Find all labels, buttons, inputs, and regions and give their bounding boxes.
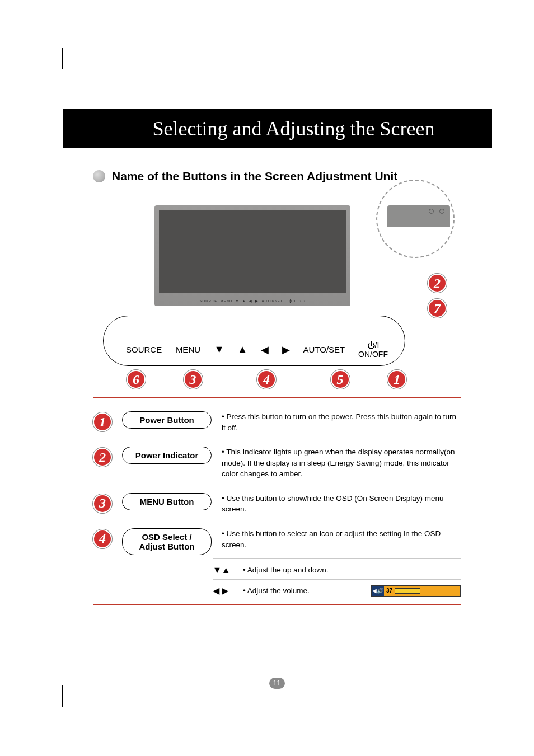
right-icon: ▶ — [282, 344, 290, 356]
item-description: Press this button to turn on the power. … — [222, 411, 461, 433]
source-label: SOURCE — [126, 345, 162, 354]
left-right-icon: ◀ ▶ — [213, 585, 233, 596]
section-title: Name of the Buttons in the Screen Adjust… — [112, 170, 397, 183]
item-label-line2: Adjust Button — [139, 542, 194, 551]
sub-separator — [213, 579, 461, 580]
zoom-indicators — [429, 209, 444, 214]
zoom-callout — [376, 180, 455, 258]
volume-value: 37 — [386, 588, 392, 594]
number-badge: 6 — [127, 370, 146, 389]
item-label-line1: OSD Select / — [142, 532, 191, 542]
led-outline-icon — [429, 209, 434, 214]
power-symbol: ⏻/I — [367, 341, 380, 350]
monitor-screen — [159, 210, 346, 293]
button-panel-oval: SOURCE MENU ▼ ▲ ◀ ▶ AUTO/SET ⏻/I ON/OFF — [103, 316, 405, 366]
button-row: SOURCE MENU ▼ ▲ ◀ ▶ AUTO/SET ⏻/I ON/OFF — [126, 341, 388, 359]
page-title: Selecting and Adjusting the Screen — [153, 118, 435, 140]
page-title-bar: Selecting and Adjusting the Screen — [95, 109, 492, 148]
item-description: Use this button to select an icon or adj… — [222, 528, 461, 550]
sub-description: Adjust the up and down. — [243, 565, 461, 576]
speaker-icon: ◀🔊 — [372, 586, 384, 596]
list-item: 1 Power Button Press this button to turn… — [93, 411, 461, 433]
monitor-tiny-labels: SOURCE MENU ▼ ▲ ◀ ▶ AUTO/SET ⏻/I ○ ○ — [200, 299, 306, 303]
sub-item: ▼▲ Adjust the up and down. — [213, 565, 461, 576]
diagram: SOURCE MENU ▼ ▲ ◀ ▶ AUTO/SET ⏻/I ○ ○ 2 7… — [93, 190, 451, 391]
item-description: This Indicator lights up green when the … — [222, 447, 461, 480]
number-badge: 4 — [93, 529, 112, 548]
number-badge: 4 — [257, 370, 276, 389]
menu-label: MENU — [175, 345, 201, 354]
item-description: Use this button to show/hide the OSD (On… — [222, 493, 461, 515]
title-bar-prefix — [63, 109, 95, 148]
page-number: 11 — [269, 678, 285, 689]
number-badge: 2 — [428, 274, 447, 293]
callout-number-2: 2 — [428, 274, 447, 293]
crop-mark — [62, 685, 63, 707]
crop-mark — [62, 48, 63, 69]
autoset-label: AUTO/SET — [303, 345, 345, 354]
monitor-illustration: SOURCE MENU ▼ ▲ ◀ ▶ AUTO/SET ⏻/I ○ ○ — [154, 205, 350, 306]
number-badge: 2 — [93, 448, 112, 467]
left-icon: ◀ — [261, 344, 269, 356]
onoff-text: ON/OFF — [358, 350, 388, 359]
led-outline-icon — [439, 209, 444, 214]
number-badge: 7 — [428, 299, 447, 318]
separator — [93, 604, 461, 605]
page: Selecting and Adjusting the Screen Name … — [0, 0, 534, 711]
item-label-pill: Power Indicator — [122, 447, 212, 464]
up-down-icon: ▼▲ — [213, 565, 233, 575]
sub-item: ◀ ▶ Adjust the volume. ◀🔊 37 — [213, 585, 461, 597]
list-item: 4 OSD Select / Adjust Button Use this bu… — [93, 528, 461, 555]
separator — [93, 397, 461, 398]
number-badge: 1 — [387, 370, 406, 389]
sub-description: Adjust the volume. — [243, 585, 353, 597]
list-item: 2 Power Indicator This Indicator lights … — [93, 447, 461, 480]
number-badge: 1 — [93, 412, 112, 431]
number-badge: 3 — [93, 494, 112, 513]
description-list: 1 Power Button Press this button to turn… — [93, 411, 461, 600]
section-header: Name of the Buttons in the Screen Adjust… — [93, 170, 492, 183]
bullet-icon — [93, 170, 105, 182]
number-badge: 3 — [184, 370, 203, 389]
callout-number-7: 7 — [428, 299, 447, 318]
onoff-label: ⏻/I ON/OFF — [358, 341, 388, 359]
sub-separator — [213, 600, 461, 600]
list-item: 3 MENU Button Use this button to show/hi… — [93, 493, 461, 515]
volume-fill — [395, 588, 420, 594]
sub-separator — [213, 558, 461, 559]
item-label-pill: MENU Button — [122, 493, 212, 510]
page-footer: 11 — [62, 678, 492, 689]
item-label-pill: Power Button — [122, 411, 212, 429]
down-icon: ▼ — [214, 344, 224, 355]
number-badge: 5 — [331, 370, 350, 389]
up-icon: ▲ — [237, 344, 247, 355]
item-label-pill: OSD Select / Adjust Button — [122, 528, 212, 555]
volume-bar: ◀🔊 37 — [371, 585, 461, 597]
diagram-number-row: 6 3 4 5 1 — [127, 370, 406, 389]
